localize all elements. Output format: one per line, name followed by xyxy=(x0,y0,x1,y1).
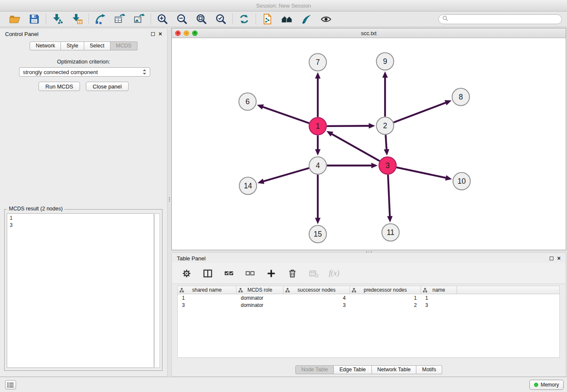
deselect-all-rows-icon[interactable] xyxy=(244,268,256,279)
table-tab-motifs[interactable]: Motifs xyxy=(416,365,442,374)
table-cell[interactable]: dominator xyxy=(237,302,284,308)
graph-node-10[interactable]: 10 xyxy=(453,173,471,190)
table-tab-node-table[interactable]: Node Table xyxy=(295,365,334,374)
table-cell[interactable]: 1 xyxy=(421,295,457,301)
import-table-icon[interactable] xyxy=(71,13,83,25)
tab-style[interactable]: Style xyxy=(61,41,84,50)
graph-edge-3-1[interactable] xyxy=(326,131,380,161)
eye-icon[interactable] xyxy=(320,13,332,25)
table-row[interactable]: 3dominator323 xyxy=(178,301,559,309)
graph-node-15[interactable]: 15 xyxy=(309,226,327,243)
refresh-icon[interactable] xyxy=(238,13,250,25)
column-header-successor-nodes[interactable]: successor nodes xyxy=(284,286,350,294)
window-zoom-icon[interactable]: + xyxy=(192,30,198,36)
search-box[interactable] xyxy=(438,14,562,24)
memory-label: Memory xyxy=(541,382,559,388)
memory-button[interactable]: Memory xyxy=(529,380,564,390)
window-close-icon[interactable]: × xyxy=(175,30,181,36)
graph-node-11[interactable]: 11 xyxy=(382,224,399,241)
graph-edge-2-9[interactable] xyxy=(383,72,388,117)
run-mcds-button[interactable]: Run MCDS xyxy=(39,82,80,91)
open-file-icon[interactable] xyxy=(9,13,21,25)
table-cell[interactable]: 3 xyxy=(284,302,350,308)
graph-node-2[interactable]: 2 xyxy=(377,117,394,135)
graph-edge-4-3[interactable] xyxy=(327,163,378,168)
column-header-shared-name[interactable]: shared name xyxy=(178,286,237,294)
graph-node-7[interactable]: 7 xyxy=(309,54,327,71)
graph-node-6[interactable]: 6 xyxy=(239,93,256,110)
graph-edge-4-15[interactable] xyxy=(315,175,321,224)
graph-edge-3-10[interactable] xyxy=(396,167,452,180)
result-line: 3 xyxy=(10,222,151,229)
table-settings-gear-icon[interactable] xyxy=(181,268,193,279)
graph-edge-1-6[interactable] xyxy=(257,105,309,123)
node-table: shared nameMCDS rolesuccessor nodesprede… xyxy=(177,286,560,358)
export-image-icon[interactable] xyxy=(133,13,145,25)
show-columns-icon[interactable] xyxy=(202,268,214,279)
zoom-out-icon[interactable] xyxy=(176,13,188,25)
network-canvas[interactable]: 7968124314101511 xyxy=(172,38,566,250)
graph-edge-1-4[interactable] xyxy=(315,135,321,156)
close-table-panel-icon[interactable]: × xyxy=(557,256,561,260)
graph-node-9[interactable]: 9 xyxy=(377,53,394,70)
table-cell[interactable]: dominator xyxy=(237,295,284,301)
column-header-MCDS-role[interactable]: MCDS role xyxy=(237,286,284,294)
graph-node-label: 11 xyxy=(387,228,394,237)
zoom-fit-icon[interactable] xyxy=(195,13,207,25)
graph-edge-3-11[interactable] xyxy=(387,174,393,222)
new-network-icon[interactable] xyxy=(94,13,106,25)
search-icon xyxy=(443,15,448,23)
graph-edge-1-7[interactable] xyxy=(315,72,321,117)
graph-edge-2-8[interactable] xyxy=(394,100,451,123)
column-header-predecessor-nodes[interactable]: predecessor nodes xyxy=(350,286,421,294)
first-neighbors-icon[interactable] xyxy=(281,13,293,25)
graph-edge-2-3[interactable] xyxy=(384,135,389,155)
graph-node-8[interactable]: 8 xyxy=(452,88,470,106)
task-history-icon[interactable] xyxy=(5,380,16,389)
import-network-icon[interactable] xyxy=(52,13,63,25)
save-session-icon[interactable] xyxy=(28,13,40,25)
table-cell[interactable]: 4 xyxy=(284,295,350,301)
window-minimize-icon[interactable]: − xyxy=(184,30,189,36)
float-table-panel-icon[interactable] xyxy=(550,257,553,260)
tab-select[interactable]: Select xyxy=(84,41,110,50)
criterion-select[interactable]: strongly connected component xyxy=(19,67,150,77)
export-table-icon[interactable] xyxy=(114,13,126,25)
close-panel-icon[interactable]: × xyxy=(159,32,162,36)
style-brush-icon[interactable] xyxy=(300,13,312,25)
table-cell[interactable]: 3 xyxy=(421,302,457,308)
column-header-name[interactable]: name xyxy=(421,286,457,294)
select-all-rows-icon[interactable] xyxy=(223,268,235,279)
close-panel-button[interactable]: Close panel xyxy=(86,82,129,91)
vertical-splitter[interactable] xyxy=(168,28,171,377)
graph-edge-4-14[interactable] xyxy=(258,168,309,184)
table-row[interactable]: 1dominator411 xyxy=(178,294,559,301)
table-panel-title: Table Panel xyxy=(177,255,206,262)
export-web-document-icon[interactable] xyxy=(261,13,273,25)
result-scrollbar[interactable] xyxy=(154,213,160,368)
graph-node-4[interactable]: 4 xyxy=(309,157,327,174)
table-tab-edge-table[interactable]: Edge Table xyxy=(334,365,372,374)
zoom-selected-icon[interactable] xyxy=(215,13,227,25)
table-cell[interactable]: 2 xyxy=(350,302,421,308)
table-cell[interactable]: 1 xyxy=(350,295,421,301)
column-tree-icon xyxy=(179,288,184,294)
table-cell[interactable]: 3 xyxy=(178,302,237,308)
tab-network[interactable]: Network xyxy=(30,41,61,50)
table-tab-network-table[interactable]: Network Table xyxy=(372,365,417,374)
tab-mcds[interactable]: MCDS xyxy=(110,41,138,50)
criterion-value: strongly connected component xyxy=(23,69,98,75)
add-column-icon[interactable] xyxy=(265,268,277,279)
float-panel-icon[interactable] xyxy=(151,32,155,36)
graph-node-3[interactable]: 3 xyxy=(379,157,396,174)
graph-edge-1-2[interactable] xyxy=(327,123,375,129)
graph-node-14[interactable]: 14 xyxy=(239,177,257,195)
graph-node-1[interactable]: 1 xyxy=(309,118,327,135)
table-cell[interactable]: 1 xyxy=(178,295,237,301)
mcds-result-groupbox: MCDS result (2 nodes) 13 xyxy=(4,209,162,371)
select-arrows-icon xyxy=(143,69,146,75)
zoom-in-icon[interactable] xyxy=(157,13,168,25)
delete-row-trash-icon[interactable] xyxy=(286,268,298,279)
search-input[interactable] xyxy=(451,16,558,22)
graph-node-label: 4 xyxy=(316,161,320,170)
